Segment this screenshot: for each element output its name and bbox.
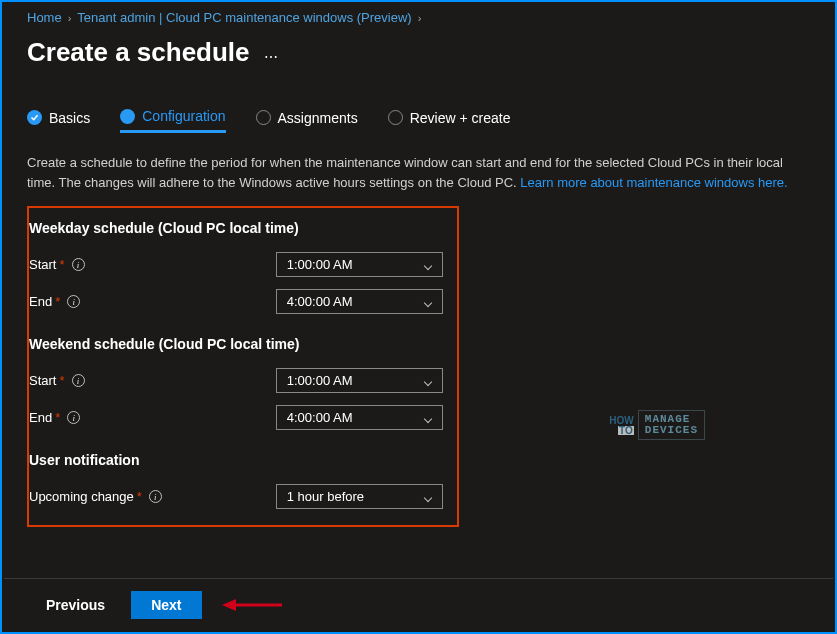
- weekend-end-label: End * i: [29, 410, 276, 425]
- empty-circle-icon: [256, 110, 271, 125]
- weekday-start-label: Start * i: [29, 257, 276, 272]
- required-indicator: *: [55, 410, 60, 425]
- info-icon[interactable]: i: [72, 374, 85, 387]
- weekday-end-dropdown[interactable]: 4:00:00 AM: [276, 289, 443, 314]
- tab-assignments-label: Assignments: [278, 110, 358, 126]
- wizard-footer: Previous Next: [4, 578, 833, 630]
- current-step-icon: [120, 109, 135, 124]
- info-icon[interactable]: i: [149, 490, 162, 503]
- tab-configuration-label: Configuration: [142, 108, 225, 124]
- breadcrumb-home[interactable]: Home: [27, 10, 62, 25]
- breadcrumb: Home › Tenant admin | Cloud PC maintenan…: [27, 8, 815, 25]
- tab-review-label: Review + create: [410, 110, 511, 126]
- svg-marker-1: [222, 599, 236, 611]
- empty-circle-icon: [388, 110, 403, 125]
- upcoming-change-dropdown[interactable]: 1 hour before: [276, 484, 443, 509]
- required-indicator: *: [137, 489, 142, 504]
- weekend-start-value: 1:00:00 AM: [287, 373, 353, 388]
- tab-basics-label: Basics: [49, 110, 90, 126]
- info-icon[interactable]: i: [72, 258, 85, 271]
- required-indicator: *: [59, 373, 64, 388]
- weekday-start-dropdown[interactable]: 1:00:00 AM: [276, 252, 443, 277]
- info-icon[interactable]: i: [67, 295, 80, 308]
- weekday-end-value: 4:00:00 AM: [287, 294, 353, 309]
- chevron-right-icon: ›: [418, 12, 422, 24]
- more-actions-icon[interactable]: ⋯: [264, 41, 280, 65]
- upcoming-change-label: Upcoming change * i: [29, 489, 276, 504]
- tab-basics[interactable]: Basics: [27, 108, 90, 133]
- weekday-end-label: End * i: [29, 294, 276, 309]
- previous-button[interactable]: Previous: [42, 591, 109, 619]
- user-notification-heading: User notification: [29, 452, 443, 468]
- weekend-end-value: 4:00:00 AM: [287, 410, 353, 425]
- tab-configuration[interactable]: Configuration: [120, 108, 225, 133]
- tab-review-create[interactable]: Review + create: [388, 108, 511, 133]
- required-indicator: *: [59, 257, 64, 272]
- check-circle-icon: [27, 110, 42, 125]
- next-button[interactable]: Next: [131, 591, 201, 619]
- wizard-tabs: Basics Configuration Assignments Review …: [27, 108, 815, 133]
- page-title: Create a schedule: [27, 37, 250, 68]
- weekday-start-value: 1:00:00 AM: [287, 257, 353, 272]
- weekend-end-dropdown[interactable]: 4:00:00 AM: [276, 405, 443, 430]
- weekend-start-label: Start * i: [29, 373, 276, 388]
- upcoming-change-value: 1 hour before: [287, 489, 364, 504]
- weekday-schedule-heading: Weekday schedule (Cloud PC local time): [29, 220, 443, 236]
- breadcrumb-tenant-admin[interactable]: Tenant admin | Cloud PC maintenance wind…: [77, 10, 411, 25]
- weekend-schedule-heading: Weekend schedule (Cloud PC local time): [29, 336, 443, 352]
- required-indicator: *: [55, 294, 60, 309]
- annotation-arrow-icon: [222, 596, 282, 614]
- learn-more-link[interactable]: Learn more about maintenance windows her…: [520, 175, 787, 190]
- chevron-right-icon: ›: [68, 12, 72, 24]
- schedule-form-highlight: Weekday schedule (Cloud PC local time) S…: [27, 206, 459, 527]
- weekend-start-dropdown[interactable]: 1:00:00 AM: [276, 368, 443, 393]
- info-icon[interactable]: i: [67, 411, 80, 424]
- tab-assignments[interactable]: Assignments: [256, 108, 358, 133]
- description-text: Create a schedule to define the period f…: [27, 153, 797, 192]
